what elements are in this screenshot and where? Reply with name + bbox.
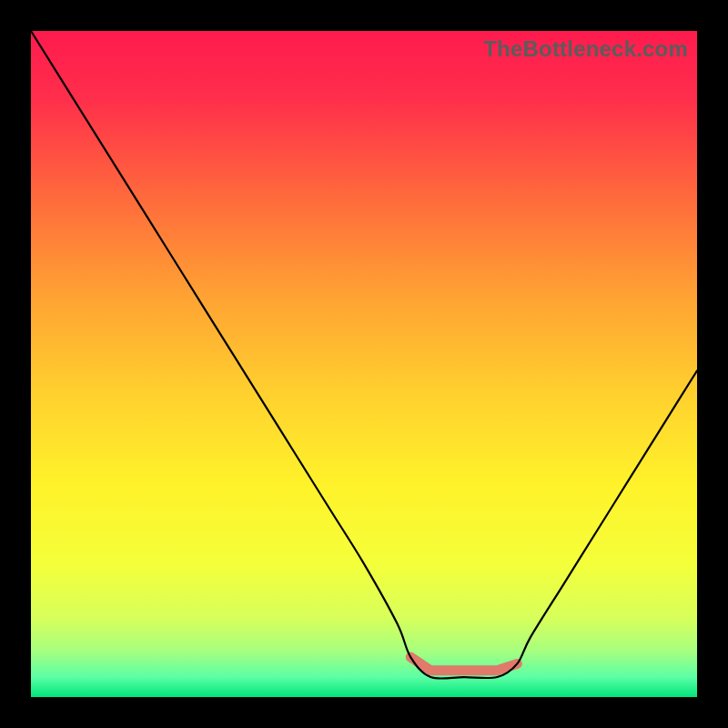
plot-area: TheBottleneck.com (31, 31, 697, 697)
chart-curves (31, 31, 697, 697)
watermark-text: TheBottleneck.com (483, 36, 688, 62)
flat-zone-marker (410, 657, 517, 671)
bottleneck-curve (31, 31, 697, 679)
chart-frame: TheBottleneck.com (0, 0, 728, 728)
